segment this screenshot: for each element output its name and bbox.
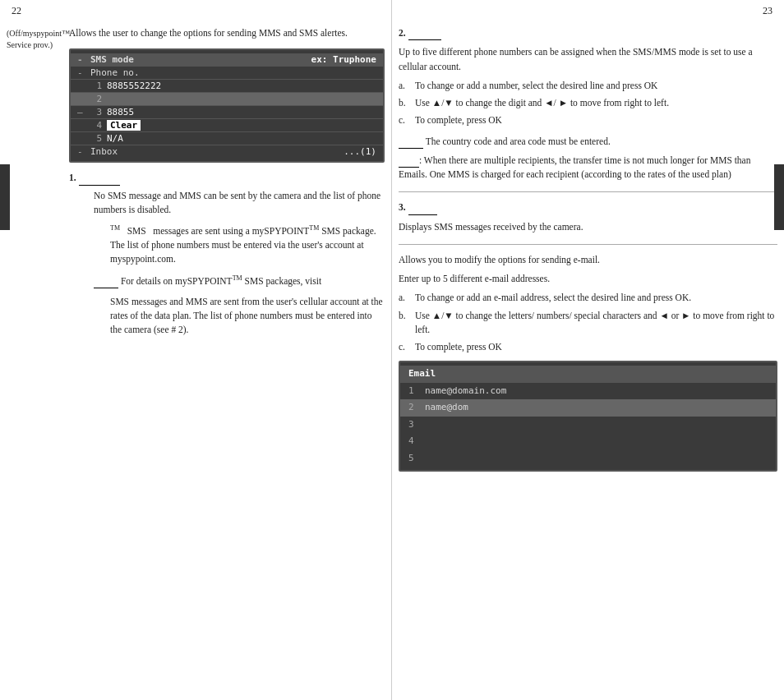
screen-inbox-row: - Inbox ...(1) xyxy=(71,145,383,158)
row-2-num: 2 xyxy=(90,94,102,104)
row-1-value: 8885552222 xyxy=(107,81,161,91)
page-left: 22 (Off/myspypoint™/ Service prov.) Allo… xyxy=(0,0,392,700)
page-number-left: 22 xyxy=(12,5,21,17)
alpha-c: c. To complete, press OK xyxy=(399,113,777,127)
screen-sms-mode-row: - SMS mode ex: Truphone xyxy=(71,53,383,67)
section-email: Allows you to modify the options for sen… xyxy=(399,253,777,472)
inbox-label: Inbox xyxy=(90,146,344,157)
row-3-num: 3 xyxy=(90,107,102,117)
row-1-num: 1 xyxy=(90,81,102,91)
section-divider-1 xyxy=(399,191,777,192)
screen-row-5: 5 N/A xyxy=(71,132,383,145)
left-description: Allows the user to change the options fo… xyxy=(69,26,385,40)
screen-row-1: 1 8885552222 xyxy=(71,80,383,93)
sms-mode-label: SMS mode xyxy=(90,54,311,65)
email-alpha-b: b. Use ▲/▼ to change the letters/ number… xyxy=(399,309,777,338)
note-1-text-1: No SMS message and MMS can be sent by th… xyxy=(94,189,385,218)
note-recipients: : When there are multiple recipients, th… xyxy=(399,154,777,182)
email-alpha-c: c. To complete, press OK xyxy=(399,340,777,354)
email-intro: Allows you to modify the options for sen… xyxy=(399,253,777,267)
sidebar-tab-right xyxy=(774,164,784,230)
row-5-num: 5 xyxy=(90,133,102,144)
notes-section: 1. No SMS message and MMS can be sent by… xyxy=(69,171,385,337)
page-number-right: 23 xyxy=(763,5,772,17)
section-3-heading: 3. xyxy=(399,200,777,214)
section-3-text: Displays SMS messages received by the ca… xyxy=(399,220,777,234)
note-country-code: The country code and area code must be e… xyxy=(399,135,777,149)
screen-row-2: 2 xyxy=(71,93,383,106)
left-content: (Off/myspypoint™/ Service prov.) Allows … xyxy=(7,26,385,343)
camera-screen: - SMS mode ex: Truphone - Phone no. 1 xyxy=(69,48,385,163)
note-1-text-4: SMS messages and MMS are sent from the u… xyxy=(110,295,385,338)
screen-row-4: 4 Clear xyxy=(71,119,383,132)
section-3: 3. Displays SMS messages received by the… xyxy=(399,200,777,234)
section-2: 2. Up to five different phone numbers ca… xyxy=(399,26,777,182)
clear-badge: Clear xyxy=(107,120,141,131)
note-1-text-2: TM SMS messages are sent using a mySPYPO… xyxy=(110,223,385,267)
section-2-heading: 2. xyxy=(399,26,777,40)
email-row-4: 4 xyxy=(400,433,776,450)
screen-phoneno-row: - Phone no. xyxy=(71,67,383,80)
alpha-b: b. Use ▲/▼ to change the digit and ◄/ ► … xyxy=(399,96,777,110)
email-alpha-a: a. To change or add an e-mail address, s… xyxy=(399,291,777,305)
screen-row-3: — 3 88855 xyxy=(71,106,383,119)
sidebar-tab-left xyxy=(0,164,10,230)
right-content: 2. Up to five different phone numbers ca… xyxy=(399,26,777,472)
page-spread: 22 (Off/myspypoint™/ Service prov.) Allo… xyxy=(0,0,784,700)
note-1: 1. No SMS message and MMS can be sent by… xyxy=(69,171,385,337)
email-subintro: Enter up to 5 different e-mail addresses… xyxy=(399,272,777,286)
email-row-3: 3 xyxy=(400,417,776,434)
row-5-value: N/A xyxy=(107,133,123,144)
dash-icon: - xyxy=(77,54,87,65)
email-screen-header: Email xyxy=(400,366,776,383)
email-row-1: 1 name@domain.com xyxy=(400,383,776,400)
left-label: (Off/myspypoint™/ Service prov.) xyxy=(7,26,64,343)
dash-inbox: - xyxy=(77,146,87,157)
dash-icon: - xyxy=(77,67,87,78)
email-row-2: 2 name@dom xyxy=(400,399,776,417)
alpha-a: a. To change or add a number, select the… xyxy=(399,79,777,93)
section-divider-2 xyxy=(399,244,777,245)
note-1-text-3: For details on mySPYPOINTTM SMS packages… xyxy=(94,274,385,288)
email-screen: Email 1 name@domain.com 2 name@dom 3 4 xyxy=(399,361,777,472)
section-2-intro: Up to five different phone numbers can b… xyxy=(399,45,777,74)
row-4-num: 4 xyxy=(90,120,102,131)
row-3-value: 88855 xyxy=(107,107,134,117)
left-main: Allows the user to change the options fo… xyxy=(69,26,385,343)
inbox-value: ...(1) xyxy=(344,146,376,157)
phoneno-label: Phone no. xyxy=(90,67,376,78)
email-row-5: 5 xyxy=(400,450,776,467)
sms-mode-value: ex: Truphone xyxy=(311,54,376,65)
page-right: 23 2. Up to five different phone numbers… xyxy=(392,0,784,700)
dash-3: — xyxy=(77,107,87,117)
